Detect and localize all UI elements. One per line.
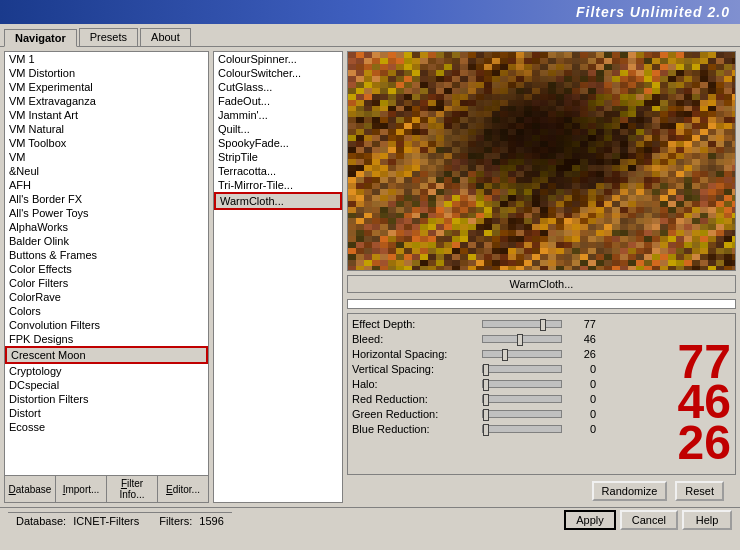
sub-filter-item[interactable]: SpookyFade... [214, 136, 342, 150]
param-slider-thumb [483, 379, 489, 391]
sub-filter-item[interactable]: Terracotta... [214, 164, 342, 178]
filter-list-item[interactable]: FPK Designs [5, 332, 208, 346]
param-slider-thumb [517, 334, 523, 346]
param-value: 0 [566, 408, 596, 420]
sub-filter-item[interactable]: CutGlass... [214, 80, 342, 94]
filter-name-bar: WarmCloth... [347, 275, 736, 293]
param-row: Halo:0 [352, 378, 731, 390]
sub-filter-item[interactable]: ColourSpinner... [214, 52, 342, 66]
help-button[interactable]: Help [682, 510, 732, 530]
param-row: Red Reduction:0 [352, 393, 731, 405]
sub-filter-item[interactable]: ColourSwitcher... [214, 66, 342, 80]
status-bar: Database: ICNET-Filters Filters: 1596 [8, 512, 232, 529]
param-value: 0 [566, 363, 596, 375]
database-label: Database: ICNET-Filters [16, 515, 139, 527]
filter-list-item[interactable]: Balder Olink [5, 234, 208, 248]
filter-list-item[interactable]: Crescent Moon [5, 346, 208, 364]
param-label: Green Reduction: [352, 408, 482, 420]
bottom-buttons: Randomize Reset [347, 479, 736, 503]
tab-about[interactable]: About [140, 28, 191, 46]
tab-navigator[interactable]: Navigator [4, 29, 77, 47]
database-button[interactable]: Database [5, 476, 56, 502]
param-value: 77 [566, 318, 596, 330]
param-slider[interactable] [482, 335, 562, 343]
param-slider[interactable] [482, 410, 562, 418]
filter-list-item[interactable]: Colors [5, 304, 208, 318]
filter-list-item[interactable]: Convolution Filters [5, 318, 208, 332]
filter-list-item[interactable]: Color Effects [5, 262, 208, 276]
param-label: Red Reduction: [352, 393, 482, 405]
editor-button[interactable]: Editor... [158, 476, 208, 502]
param-slider[interactable] [482, 380, 562, 388]
filters-label: Filters: 1596 [159, 515, 224, 527]
filter-name-label: WarmCloth... [510, 278, 574, 290]
param-slider[interactable] [482, 395, 562, 403]
filter-list-item[interactable]: Cryptology [5, 364, 208, 378]
param-label: Blue Reduction: [352, 423, 482, 435]
sub-filter-item[interactable]: Tri-Mirror-Tile... [214, 178, 342, 192]
filter-list-item[interactable]: All's Border FX [5, 192, 208, 206]
param-slider[interactable] [482, 350, 562, 358]
filter-list-panel: VM 1VM DistortionVM ExperimentalVM Extra… [4, 51, 209, 503]
param-slider[interactable] [482, 425, 562, 433]
randomize-button[interactable]: Randomize [592, 481, 668, 501]
filter-list-item[interactable]: VM Natural [5, 122, 208, 136]
param-value: 0 [566, 378, 596, 390]
filter-list-item[interactable]: VM Instant Art [5, 108, 208, 122]
cancel-button[interactable]: Cancel [620, 510, 678, 530]
tab-presets[interactable]: Presets [79, 28, 138, 46]
filter-list-inner[interactable]: VM 1VM DistortionVM ExperimentalVM Extra… [5, 52, 208, 475]
filter-list-item[interactable]: DCspecial [5, 378, 208, 392]
sub-filter-item[interactable]: FadeOut... [214, 94, 342, 108]
sub-filter-item[interactable]: WarmCloth... [214, 192, 342, 210]
param-label: Effect Depth: [352, 318, 482, 330]
reset-button[interactable]: Reset [675, 481, 724, 501]
sub-filter-list[interactable]: ColourSpinner...ColourSwitcher...CutGlas… [213, 51, 343, 503]
param-slider-thumb [483, 364, 489, 376]
filter-info-button[interactable]: Filter Info... [107, 476, 158, 502]
param-row: Effect Depth:77 [352, 318, 731, 330]
filter-list-item[interactable]: Distort [5, 406, 208, 420]
filter-list-item[interactable]: Ecosse [5, 420, 208, 434]
app-title: Filters Unlimited 2.0 [576, 4, 730, 20]
sub-filter-item[interactable]: Jammin'... [214, 108, 342, 122]
param-slider-thumb [483, 409, 489, 421]
param-slider-thumb [540, 319, 546, 331]
param-label: Vertical Spacing: [352, 363, 482, 375]
filter-list-item[interactable]: Buttons & Frames [5, 248, 208, 262]
filter-list-item[interactable]: AFH [5, 178, 208, 192]
param-label: Horizontal Spacing: [352, 348, 482, 360]
randomize-reset-group: Randomize Reset [592, 481, 724, 501]
param-value: 46 [566, 333, 596, 345]
param-row: Green Reduction:0 [352, 408, 731, 420]
param-row: Bleed:46 [352, 333, 731, 345]
filter-list-item[interactable]: ColorRave [5, 290, 208, 304]
title-bar: Filters Unlimited 2.0 [0, 0, 740, 24]
filter-list-item[interactable]: All's Power Toys [5, 206, 208, 220]
param-slider-thumb [483, 394, 489, 406]
filter-list-item[interactable]: VM 1 [5, 52, 208, 66]
param-slider[interactable] [482, 320, 562, 328]
param-slider-thumb [502, 349, 508, 361]
filter-list-item[interactable]: VM Experimental [5, 80, 208, 94]
param-value: 0 [566, 393, 596, 405]
import-button[interactable]: Import... [56, 476, 107, 502]
filter-list[interactable]: VM 1VM DistortionVM ExperimentalVM Extra… [5, 52, 208, 475]
tabs-row: Navigator Presets About [0, 24, 740, 47]
param-row: Blue Reduction:0 [352, 423, 731, 435]
apply-button[interactable]: Apply [564, 510, 616, 530]
filter-list-item[interactable]: VM Toolbox [5, 136, 208, 150]
progress-bar [347, 299, 736, 309]
filter-list-item[interactable]: Color Filters [5, 276, 208, 290]
filter-list-item[interactable]: VM Extravaganza [5, 94, 208, 108]
filter-list-item[interactable]: &Neul [5, 164, 208, 178]
param-slider[interactable] [482, 365, 562, 373]
sub-filter-item[interactable]: StripTile [214, 150, 342, 164]
filter-list-item[interactable]: VM [5, 150, 208, 164]
left-toolbar: Database Import... Filter Info... Editor… [5, 475, 208, 502]
filter-list-item[interactable]: Distortion Filters [5, 392, 208, 406]
filter-list-item[interactable]: AlphaWorks [5, 220, 208, 234]
param-value: 26 [566, 348, 596, 360]
filter-list-item[interactable]: VM Distortion [5, 66, 208, 80]
sub-filter-item[interactable]: Quilt... [214, 122, 342, 136]
